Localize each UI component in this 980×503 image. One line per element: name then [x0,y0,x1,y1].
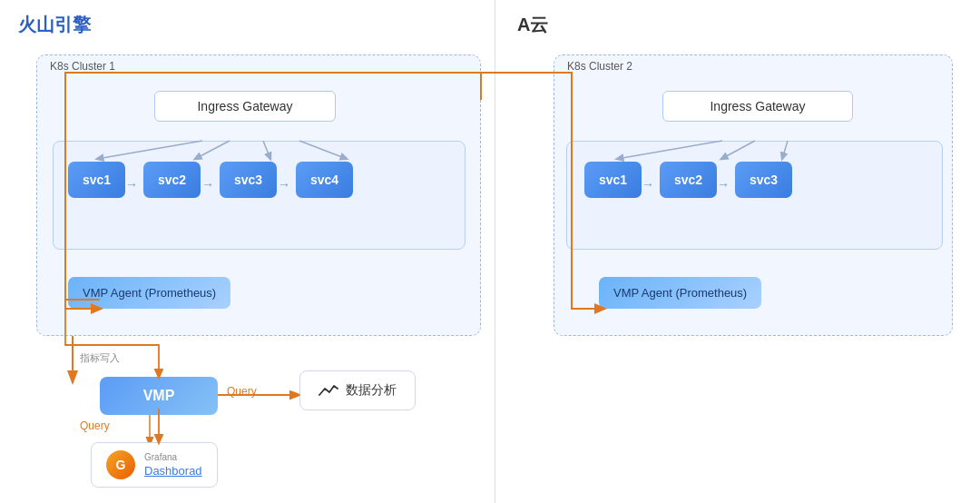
arrow-right-svc2-svc3: → [717,177,730,192]
data-analysis-box: 数据分析 [299,370,416,410]
data-analysis-label: 数据分析 [346,382,397,399]
chart-icon [318,382,338,399]
right-svc2: svc2 [660,162,717,198]
vmp-box: VMP [100,377,218,415]
left-vmp-agent: VMP Agent (Prometheus) [68,277,230,309]
left-ingress-gateway: Ingress Gateway [154,91,336,122]
query-label-1: Query [227,385,257,398]
left-cluster-label: K8s Cluster 1 [50,60,115,73]
left-panel-title: 火山引擎 [18,13,91,37]
arrow-svc2-svc3: → [201,177,214,192]
left-svc2: svc2 [143,162,201,198]
left-svc3: svc3 [220,162,277,198]
arrow-svc3-svc4: → [278,177,290,192]
right-ingress-gateway: Ingress Gateway [662,91,853,122]
grafana-box: G Grafana Dashborad [91,442,218,488]
right-svc3: svc3 [735,162,792,198]
grafana-icon: G [106,450,135,479]
right-panel-title: A云 [517,13,548,37]
right-vmp-agent: VMP Agent (Prometheus) [599,277,761,309]
query-label-2: Query [80,419,110,432]
right-cluster-label: K8s Cluster 2 [567,60,632,73]
grafana-label: Grafana [144,452,202,462]
dashboard-label: Dashborad [144,464,202,478]
left-svc1: svc1 [68,162,125,198]
arrow-svc1-svc2: → [125,177,138,192]
right-svc1: svc1 [584,162,642,198]
metrics-write-label: 指标写入 [80,351,120,365]
arrow-right-svc1-svc2: → [642,177,654,192]
left-svc4: svc4 [296,162,353,198]
